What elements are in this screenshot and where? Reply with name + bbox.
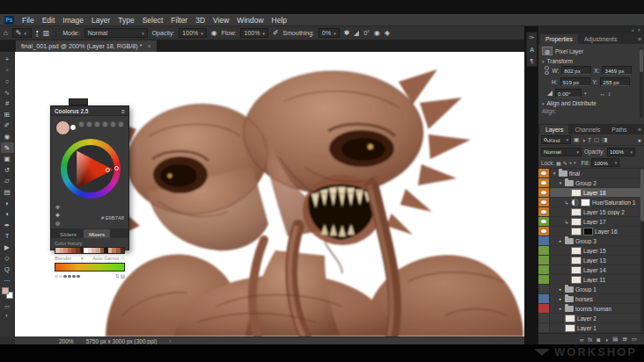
tab-paths[interactable]: Paths xyxy=(606,125,632,134)
tab-properties[interactable]: Properties xyxy=(540,34,578,44)
move-tool[interactable]: + xyxy=(1,54,14,65)
pen-tool[interactable]: ✒ xyxy=(1,220,14,231)
color-selector[interactable] xyxy=(106,168,110,172)
layer-name[interactable]: Group 2 xyxy=(575,180,596,186)
filter-pixel-layers-icon[interactable]: ▣ xyxy=(574,136,579,143)
layer-row[interactable]: Layer 15 xyxy=(538,246,644,256)
expand-caret-icon[interactable] xyxy=(558,296,563,301)
flow-select[interactable]: 100%▾ xyxy=(240,28,267,38)
paragraph-panel-icon[interactable]: ¶ xyxy=(531,58,534,64)
quick-mask-icon[interactable]: ▭ xyxy=(4,303,10,310)
layer-thumbnail[interactable] xyxy=(565,238,574,244)
layer-name[interactable]: Layer 18 xyxy=(583,190,606,196)
transform-section-label[interactable]: Transform xyxy=(547,58,573,64)
x-field[interactable]: 3469 px xyxy=(602,66,632,75)
layer-thumbnail[interactable] xyxy=(565,296,574,302)
layer-fill-select[interactable]: 100%▾ xyxy=(591,158,619,167)
layer-row[interactable]: Layer 11 xyxy=(538,275,644,285)
zoom-tool[interactable]: Q xyxy=(1,264,14,275)
layer-row[interactable]: Layer 15 copy 2 xyxy=(538,207,644,217)
visibility-toggle[interactable] xyxy=(538,294,550,304)
layer-thumbnail[interactable] xyxy=(571,257,582,264)
expand-caret-icon[interactable] xyxy=(552,170,557,176)
harmony-preset-icon[interactable] xyxy=(78,121,84,127)
layer-thumbnail[interactable] xyxy=(559,170,567,177)
layer-mask-thumbnail[interactable] xyxy=(583,228,593,235)
layer-name[interactable]: Layer 2 xyxy=(577,315,596,322)
angle-dropdown-icon[interactable]: ▾ xyxy=(584,90,587,96)
layer-thumbnail[interactable] xyxy=(571,189,582,197)
layer-row[interactable]: Layer 1 xyxy=(538,323,644,333)
menu-item[interactable]: View xyxy=(213,16,229,25)
layer-row[interactable]: final xyxy=(538,169,644,178)
quick-selection-tool[interactable]: ∿ xyxy=(1,87,14,98)
link-layers-icon[interactable]: ∞ xyxy=(580,337,584,343)
layer-row[interactable]: Layer 2 xyxy=(538,314,644,323)
brush-preset-picker[interactable]: ✎▾ xyxy=(12,28,32,38)
marquee-tool[interactable]: ▫ xyxy=(1,65,14,76)
brush-preview[interactable]: •6 xyxy=(36,29,39,37)
filter-kind-select[interactable]: Kind▾ xyxy=(541,135,571,144)
delete-layer-icon[interactable]: ▭ xyxy=(632,336,637,343)
brush-tool[interactable]: ✎ xyxy=(1,142,14,154)
layer-row[interactable]: Layer 18 xyxy=(538,188,644,198)
layer-name[interactable]: Layer 11 xyxy=(583,277,605,283)
hue-selector[interactable] xyxy=(114,166,119,170)
lock-all-icon[interactable]: ▪ xyxy=(574,160,575,165)
pressure-opacity-icon[interactable]: ◉ xyxy=(211,29,217,37)
layer-name[interactable]: Layer 1 xyxy=(577,325,596,331)
layer-name[interactable]: final xyxy=(569,170,580,177)
menu-item[interactable]: File xyxy=(22,16,34,25)
layer-name[interactable]: horses xyxy=(575,296,593,302)
tab-mixers[interactable]: Mixers xyxy=(84,229,110,238)
menu-item[interactable]: Filter xyxy=(171,16,187,25)
lock-pixels-icon[interactable]: ✎ xyxy=(563,160,567,166)
layer-thumbnail[interactable] xyxy=(565,286,574,293)
visibility-toggle[interactable] xyxy=(538,323,550,333)
layer-row[interactable]: Layer 17 xyxy=(538,217,644,227)
lock-gamut-icon[interactable]: ◍ xyxy=(55,220,60,226)
adjustment-layer-icon[interactable]: ◑ xyxy=(604,337,608,343)
layer-thumbnail[interactable] xyxy=(571,208,582,216)
flip-vertical-icon[interactable]: ↕ xyxy=(608,90,611,97)
tab-adjustments[interactable]: Adjustments xyxy=(579,34,622,44)
layer-name[interactable]: Layer 15 copy 2 xyxy=(583,209,625,215)
coolorus-secondary-swatch[interactable] xyxy=(70,124,77,131)
layers-menu-icon[interactable]: ≡ xyxy=(638,127,641,133)
expand-caret-icon[interactable] xyxy=(558,306,563,311)
visibility-toggle[interactable] xyxy=(538,256,550,265)
settings-gear-icon[interactable]: ✱ xyxy=(55,212,60,218)
crop-tool[interactable]: # xyxy=(1,98,14,109)
filter-type-layers-icon[interactable]: T xyxy=(588,137,591,143)
frame-tool[interactable]: ⊞ xyxy=(1,109,14,120)
layer-row[interactable]: Group 1 xyxy=(538,285,644,294)
zoom-level[interactable]: 200% xyxy=(59,338,74,344)
link-dimensions-icon[interactable] xyxy=(545,66,549,75)
flip-gradient-icon[interactable]: ⇅ xyxy=(115,273,120,279)
collapse-panels-icon[interactable]: « xyxy=(632,27,634,33)
visibility-toggle[interactable] xyxy=(538,207,550,217)
layer-row[interactable]: Layer 13 xyxy=(538,256,644,265)
healing-brush-tool[interactable]: ◉ xyxy=(1,131,14,142)
home-icon[interactable]: ⌂ xyxy=(4,29,8,37)
eyedropper-tool[interactable]: ✐ xyxy=(1,120,14,132)
y-field[interactable]: 255 px xyxy=(600,77,630,86)
layer-thumbnail[interactable] xyxy=(571,228,582,235)
type-tool[interactable]: T xyxy=(1,231,14,243)
expand-caret-icon[interactable] xyxy=(558,286,563,292)
properties-scrollbar[interactable] xyxy=(640,47,643,118)
save-swatch-icon[interactable]: ▤ xyxy=(121,273,125,279)
symmetry-icon[interactable]: ◈ xyxy=(384,29,390,37)
visibility-toggle[interactable] xyxy=(538,275,550,285)
opacity-select[interactable]: 100%▾ xyxy=(179,28,206,38)
smoothing-select[interactable]: 0%▾ xyxy=(318,28,340,38)
coolorus-panel-tab[interactable] xyxy=(69,98,88,105)
menu-item[interactable]: Edit xyxy=(42,16,55,25)
expand-caret-icon[interactable] xyxy=(558,238,563,243)
blend-mode-select[interactable]: Normal▾ xyxy=(84,28,148,38)
layer-name[interactable]: Layer 13 xyxy=(583,257,606,264)
filter-smart-objects-icon[interactable]: ◨ xyxy=(602,136,607,143)
layer-name[interactable]: Group 1 xyxy=(575,286,596,293)
tab-layers[interactable]: Layers xyxy=(540,125,568,134)
harmony-preset-icon[interactable] xyxy=(102,121,108,127)
